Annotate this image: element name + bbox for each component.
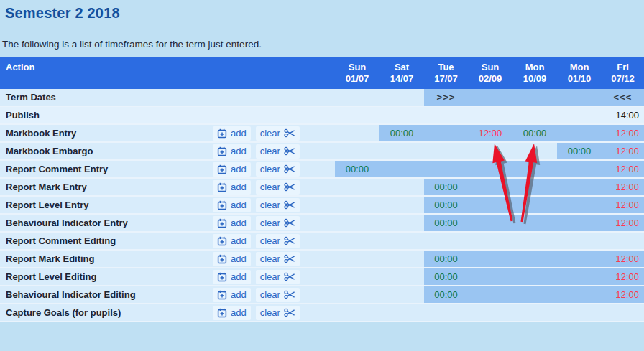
time-cell bbox=[557, 125, 602, 141]
add-button[interactable]: add bbox=[213, 270, 251, 284]
scissors-icon bbox=[284, 272, 295, 281]
add-button-label: add bbox=[231, 217, 247, 229]
time-cell bbox=[424, 161, 468, 177]
time-cell bbox=[468, 233, 512, 249]
clear-button-label: clear bbox=[260, 128, 280, 139]
add-button[interactable]: add bbox=[213, 306, 251, 320]
time-cell: >>> bbox=[424, 89, 468, 106]
clear-button[interactable]: clear bbox=[256, 126, 300, 141]
clear-button[interactable]: clear bbox=[256, 270, 300, 284]
time-cell bbox=[512, 179, 557, 195]
clear-button[interactable]: clear bbox=[256, 216, 300, 230]
clear-button[interactable]: clear bbox=[256, 234, 300, 248]
add-button[interactable]: add bbox=[213, 288, 251, 302]
time-cell: 12:00 bbox=[602, 179, 644, 195]
row-actions: addclear bbox=[213, 143, 335, 159]
add-button[interactable]: add bbox=[213, 198, 251, 212]
page-subtitle: The following is a list of timeframes fo… bbox=[0, 22, 644, 50]
time-value: 12:00 bbox=[615, 217, 639, 228]
calendar-plus-icon bbox=[217, 308, 227, 318]
scissors-icon bbox=[284, 128, 295, 138]
time-cell bbox=[335, 89, 380, 106]
time-cell bbox=[557, 197, 602, 213]
column-date-label: 01/07 bbox=[346, 73, 369, 85]
time-cell: 00:00 bbox=[424, 215, 468, 231]
action-column-header: Action bbox=[0, 57, 335, 89]
scissors-icon bbox=[284, 146, 295, 156]
clear-button-label: clear bbox=[260, 164, 280, 175]
clear-button[interactable]: clear bbox=[256, 144, 300, 159]
clear-button[interactable]: clear bbox=[256, 162, 300, 177]
time-value: 00:00 bbox=[434, 200, 458, 210]
time-value: 12:00 bbox=[615, 271, 639, 282]
add-button[interactable]: add bbox=[213, 216, 251, 230]
row-actions: addclear bbox=[213, 304, 335, 321]
table-row: Report Mark Entry addclear 00:0012:00 bbox=[0, 179, 644, 197]
add-button-label: add bbox=[231, 200, 247, 211]
time-cell: 12:00 bbox=[602, 143, 644, 159]
time-cell bbox=[380, 233, 424, 249]
add-button[interactable]: add bbox=[213, 252, 251, 266]
time-cell bbox=[512, 215, 557, 231]
time-value: 12:00 bbox=[615, 146, 639, 156]
calendar-plus-icon bbox=[217, 200, 227, 210]
time-cell bbox=[468, 89, 512, 106]
time-cell bbox=[335, 107, 380, 123]
calendar-plus-icon bbox=[217, 290, 227, 300]
time-cell bbox=[335, 143, 380, 159]
time-cell: 12:00 bbox=[468, 125, 512, 141]
clear-button[interactable]: clear bbox=[256, 180, 300, 195]
clear-button[interactable]: clear bbox=[256, 306, 300, 320]
row-actions: addclear bbox=[213, 268, 335, 285]
time-cell: 12:00 bbox=[602, 125, 644, 141]
time-cell bbox=[602, 304, 644, 321]
time-value: 12:00 bbox=[615, 253, 639, 264]
add-button[interactable]: add bbox=[213, 126, 251, 141]
calendar-plus-icon bbox=[217, 146, 227, 156]
time-cell bbox=[468, 268, 512, 285]
clear-button[interactable]: clear bbox=[256, 288, 300, 302]
time-cell: 00:00 bbox=[335, 161, 380, 177]
table-row: Behavioural Indicator Editing addclear 0… bbox=[0, 286, 644, 304]
add-button[interactable]: add bbox=[213, 144, 251, 159]
add-button-label: add bbox=[231, 146, 247, 157]
time-cell bbox=[512, 286, 557, 303]
row-actions: addclear bbox=[213, 286, 335, 303]
time-cell bbox=[335, 304, 380, 321]
row-label: Markbook Embargo bbox=[0, 143, 213, 159]
time-cell bbox=[380, 286, 424, 303]
add-button[interactable]: add bbox=[213, 180, 251, 195]
row-label-text: Report Level Entry bbox=[6, 200, 89, 210]
row-label: Markbook Entry bbox=[0, 125, 213, 141]
time-cell bbox=[557, 233, 602, 249]
add-button-label: add bbox=[231, 271, 247, 283]
row-actions: addclear bbox=[213, 233, 335, 249]
time-cell bbox=[424, 304, 468, 321]
time-value: <<< bbox=[614, 92, 632, 103]
time-cell: 12:00 bbox=[602, 197, 644, 213]
calendar-plus-icon bbox=[217, 128, 227, 139]
row-label: Behavioural Indicator Entry bbox=[0, 215, 213, 231]
time-cell bbox=[468, 143, 512, 159]
clear-button[interactable]: clear bbox=[256, 198, 300, 212]
table-header-row: Action Sun01/07Sat14/07Tue17/07Sun02/09M… bbox=[0, 57, 644, 89]
time-cell bbox=[602, 233, 644, 249]
time-value: 12:00 bbox=[615, 164, 639, 174]
time-cell bbox=[468, 286, 512, 303]
time-cell bbox=[380, 107, 424, 123]
column-date-label: 10/09 bbox=[523, 73, 547, 85]
time-cell bbox=[335, 197, 380, 213]
clear-button-label: clear bbox=[260, 182, 280, 193]
clear-button[interactable]: clear bbox=[256, 252, 300, 266]
time-cell bbox=[557, 215, 602, 231]
add-button[interactable]: add bbox=[213, 234, 251, 248]
clear-button-label: clear bbox=[260, 146, 280, 157]
column-date-label: 02/09 bbox=[479, 73, 502, 85]
time-value: 14:00 bbox=[615, 110, 639, 121]
time-cell bbox=[512, 89, 557, 106]
time-cell bbox=[512, 304, 557, 321]
calendar-plus-icon bbox=[217, 182, 227, 192]
time-value: 12:00 bbox=[615, 200, 639, 210]
add-button[interactable]: add bbox=[213, 162, 251, 177]
time-cell bbox=[424, 125, 468, 141]
